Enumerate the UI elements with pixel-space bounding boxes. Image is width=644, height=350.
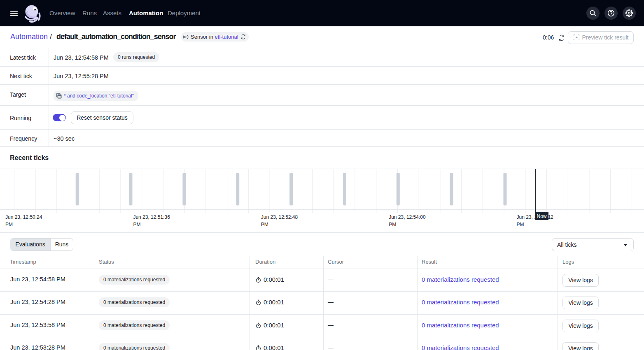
svg-text:PM: PM — [517, 222, 524, 227]
svg-text:Jun 23, 12:51:36: Jun 23, 12:51:36 — [133, 214, 170, 220]
svg-text:PM: PM — [389, 222, 396, 227]
svg-text:Jun 23, 12:50:24: Jun 23, 12:50:24 — [5, 214, 42, 220]
svg-text:Now: Now — [537, 213, 546, 219]
svg-text:PM: PM — [133, 222, 140, 227]
svg-text:Jun 23, 12:54:00: Jun 23, 12:54:00 — [389, 214, 426, 220]
svg-text:Jun 23, 12:52:48: Jun 23, 12:52:48 — [261, 214, 298, 220]
svg-text:PM: PM — [5, 222, 13, 227]
svg-text:PM: PM — [261, 222, 268, 227]
